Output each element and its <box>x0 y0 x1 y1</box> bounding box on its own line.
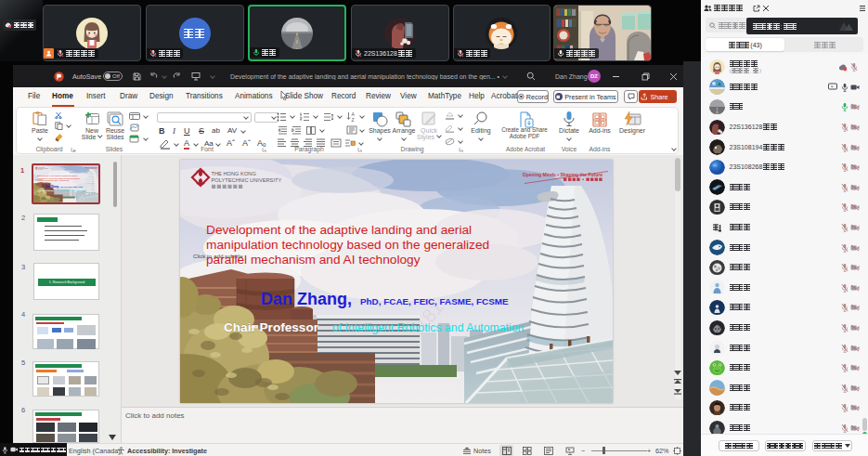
svg-text:Z: Z <box>352 117 355 123</box>
